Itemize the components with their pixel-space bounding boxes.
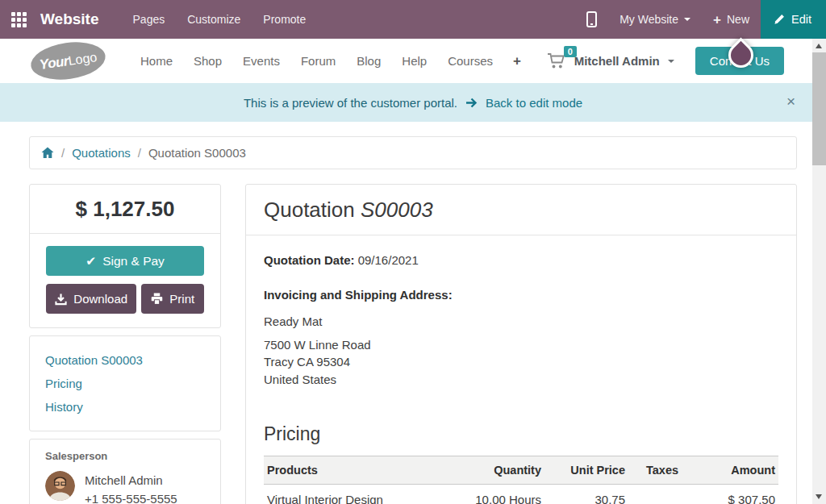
cart-count-badge: 0 bbox=[564, 46, 577, 57]
edit-button[interactable]: Edit bbox=[761, 0, 826, 39]
back-to-edit-link[interactable]: Back to edit mode bbox=[486, 96, 582, 110]
portal-preview-banner: This is a preview of the customer portal… bbox=[0, 83, 826, 122]
pricing-heading: Pricing bbox=[264, 423, 778, 445]
arrow-right-icon bbox=[465, 98, 478, 108]
cell-quantity: 10.00 Hours bbox=[449, 485, 544, 504]
address-label: Invoicing and Shipping Address: bbox=[264, 288, 778, 302]
scrollbar-thumb[interactable] bbox=[812, 52, 826, 165]
cell-product: Virtual Interior Design bbox=[264, 485, 449, 504]
section-links-card: Quotation S00003 Pricing History bbox=[29, 335, 221, 431]
check-icon: ✔ bbox=[86, 254, 96, 269]
print-button[interactable]: Print bbox=[141, 284, 204, 314]
cart-button[interactable]: 0 bbox=[547, 52, 567, 69]
address-company: Ready Mat bbox=[264, 313, 778, 331]
cell-taxes bbox=[628, 485, 690, 504]
quotation-title: Quotation S00003 bbox=[246, 185, 796, 235]
payment-card: $ 1,127.50 ✔ Sign & Pay Do bbox=[29, 184, 221, 328]
apps-grid-icon[interactable] bbox=[0, 0, 37, 39]
col-taxes: Taxes bbox=[628, 456, 690, 485]
site-logo[interactable]: YourLogo bbox=[28, 38, 107, 85]
col-products: Products bbox=[264, 456, 449, 485]
breadcrumb: / Quotations / Quotation S00003 bbox=[29, 136, 797, 169]
col-amount: Amount bbox=[690, 456, 778, 485]
menu-pages[interactable]: Pages bbox=[122, 0, 177, 39]
website-navbar: YourLogo Home Shop Events Forum Blog Hel… bbox=[0, 39, 826, 83]
website-switcher[interactable]: My Website bbox=[608, 0, 702, 39]
nav-blog[interactable]: Blog bbox=[348, 49, 390, 73]
print-icon bbox=[151, 293, 163, 305]
sidebar-link-pricing[interactable]: Pricing bbox=[45, 372, 205, 395]
sign-pay-button[interactable]: ✔ Sign & Pay bbox=[46, 246, 204, 276]
col-quantity: Quantity bbox=[449, 456, 544, 485]
chevron-down-icon bbox=[668, 60, 674, 63]
pencil-icon bbox=[774, 14, 785, 25]
nav-help[interactable]: Help bbox=[393, 49, 436, 73]
chevron-down-icon bbox=[684, 18, 690, 21]
backend-navbar: Website Pages Customize Promote My Websi… bbox=[0, 0, 826, 39]
breadcrumb-quotations[interactable]: Quotations bbox=[72, 146, 131, 160]
salesperson-card: Salesperson Mitchell Admin +1 555 bbox=[29, 439, 221, 504]
nav-events[interactable]: Events bbox=[234, 49, 289, 73]
scroll-up-arrow[interactable] bbox=[816, 44, 822, 48]
cell-amount: $ 307.50 bbox=[690, 485, 778, 504]
total-amount: $ 1,127.50 bbox=[30, 185, 220, 234]
col-unit-price: Unit Price bbox=[544, 456, 628, 485]
new-button[interactable]: + New bbox=[702, 0, 761, 39]
quotation-date: Quotation Date: 09/16/2021 bbox=[264, 253, 778, 267]
mobile-preview-button[interactable] bbox=[575, 0, 608, 39]
pricing-table: Products Quantity Unit Price Taxes Amoun… bbox=[264, 456, 778, 504]
salesperson-label: Salesperson bbox=[45, 450, 205, 462]
address-city: Tracy CA 95304 bbox=[264, 353, 778, 371]
plus-icon: + bbox=[713, 13, 721, 27]
menu-customize[interactable]: Customize bbox=[176, 0, 252, 39]
salesperson-phone: +1 555-555-5555 bbox=[85, 489, 177, 504]
address-country: United States bbox=[264, 371, 778, 389]
app-title[interactable]: Website bbox=[40, 10, 99, 28]
nav-forum[interactable]: Forum bbox=[292, 49, 344, 73]
scroll-down-arrow[interactable] bbox=[816, 494, 822, 499]
quotation-ref: S00003 bbox=[361, 198, 433, 222]
close-icon[interactable]: × bbox=[786, 94, 795, 109]
menu-promote[interactable]: Promote bbox=[252, 0, 317, 39]
address-street: 7500 W Linne Road bbox=[264, 336, 778, 354]
quotation-document: Quotation S00003 Quotation Date: 09/16/2… bbox=[245, 184, 797, 504]
home-icon[interactable] bbox=[41, 147, 54, 159]
portal-sidebar: $ 1,127.50 ✔ Sign & Pay Do bbox=[29, 184, 221, 504]
avatar bbox=[45, 471, 75, 501]
download-icon bbox=[55, 293, 67, 306]
sidebar-link-history[interactable]: History bbox=[45, 395, 205, 419]
mobile-icon bbox=[586, 11, 597, 27]
breadcrumb-current: Quotation S00003 bbox=[148, 146, 246, 160]
scrollbar[interactable] bbox=[812, 39, 826, 504]
nav-shop[interactable]: Shop bbox=[185, 49, 231, 73]
salesperson-name: Mitchell Admin bbox=[85, 471, 177, 489]
add-menu-icon[interactable]: + bbox=[505, 48, 529, 74]
sidebar-link-quotation[interactable]: Quotation S00003 bbox=[45, 348, 205, 372]
nav-home[interactable]: Home bbox=[131, 49, 181, 73]
table-row: Virtual Interior Design 10.00 Hours 30.7… bbox=[264, 485, 778, 504]
download-button[interactable]: Download bbox=[46, 284, 136, 314]
user-menu[interactable]: Mitchell Admin bbox=[574, 54, 674, 68]
cell-unit-price: 30.75 bbox=[544, 485, 628, 504]
banner-text: This is a preview of the customer portal… bbox=[244, 96, 457, 110]
nav-courses[interactable]: Courses bbox=[439, 49, 502, 73]
